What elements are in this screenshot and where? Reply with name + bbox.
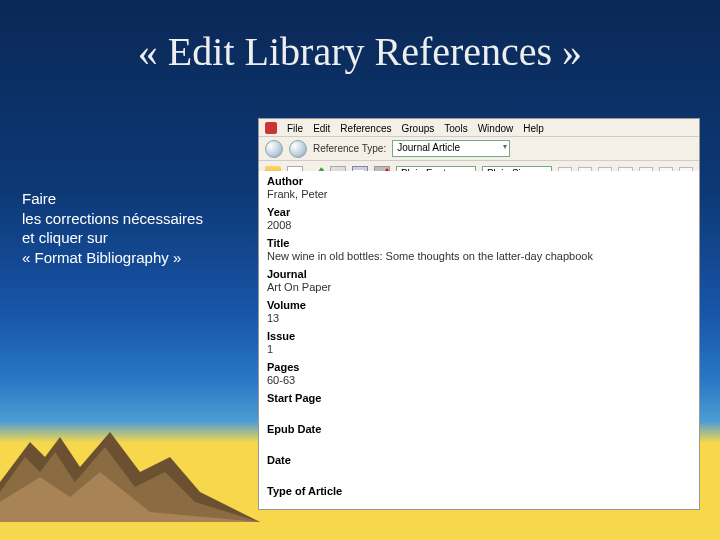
epubdate-field[interactable] [267,436,691,448]
pages-field[interactable]: 60-63 [267,374,691,386]
journal-field[interactable]: Art On Paper [267,281,691,293]
issue-label: Issue [267,330,691,342]
year-field[interactable]: 2008 [267,219,691,231]
issue-field[interactable]: 1 [267,343,691,355]
menubar: File Edit References Groups Tools Window… [259,119,699,137]
pages-label: Pages [267,361,691,373]
mountain-decoration [0,402,260,522]
volume-field[interactable]: 13 [267,312,691,324]
svg-marker-2 [0,472,260,522]
menu-tools[interactable]: Tools [444,123,467,134]
startpage-field[interactable] [267,405,691,417]
reference-editor: Author Frank, Peter Year 2008 Title New … [259,171,699,509]
instruction-line: les corrections nécessaires [22,209,203,229]
nav-back-button[interactable] [265,140,283,158]
menu-references[interactable]: References [340,123,391,134]
instruction-line: et cliquer sur [22,228,203,248]
menu-groups[interactable]: Groups [402,123,435,134]
author-field[interactable]: Frank, Peter [267,188,691,200]
menu-edit[interactable]: Edit [313,123,330,134]
date-label: Date [267,454,691,466]
slide-title: « Edit Library References » [0,28,720,75]
date-field[interactable] [267,467,691,479]
journal-label: Journal [267,268,691,280]
author-label: Author [267,175,691,187]
menu-file[interactable]: File [287,123,303,134]
reference-type-dropdown[interactable]: Journal Article [392,140,510,157]
nav-forward-button[interactable] [289,140,307,158]
svg-marker-0 [0,432,260,522]
toolbar-row-1: Reference Type: Journal Article [259,137,699,161]
title-label: Title [267,237,691,249]
title-field[interactable]: New wine in old bottles: Some thoughts o… [267,250,691,262]
app-icon [265,122,277,134]
startpage-label: Start Page [267,392,691,404]
menu-window[interactable]: Window [478,123,514,134]
slide: « Edit Library References » Faire les co… [0,0,720,540]
instruction-text: Faire les corrections nécessaires et cli… [22,189,203,267]
epubdate-label: Epub Date [267,423,691,435]
instruction-line: Faire [22,189,203,209]
year-label: Year [267,206,691,218]
reference-type-label: Reference Type: [313,143,386,154]
menu-help[interactable]: Help [523,123,544,134]
svg-marker-1 [0,447,260,522]
endnote-window: File Edit References Groups Tools Window… [258,118,700,510]
volume-label: Volume [267,299,691,311]
instruction-line: « Format Bibliography » [22,248,203,268]
typeofarticle-label: Type of Article [267,485,691,497]
typeofarticle-field[interactable] [267,498,691,509]
